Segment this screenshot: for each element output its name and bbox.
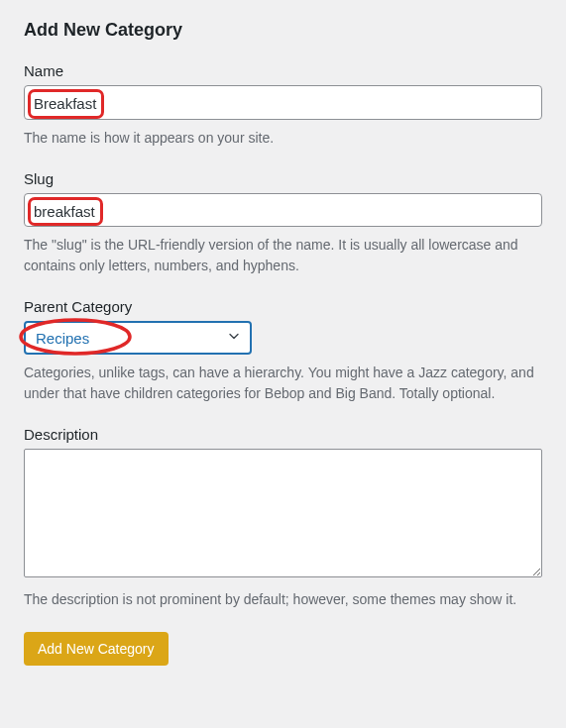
description-help-text: The description is not prominent by defa… bbox=[24, 589, 542, 610]
slug-field-group: Slug breakfast The "slug" is the URL-fri… bbox=[24, 170, 542, 277]
parent-category-select[interactable]: Recipes bbox=[24, 321, 252, 355]
slug-input-wrap: breakfast bbox=[24, 193, 542, 228]
parent-category-label: Parent Category bbox=[24, 298, 542, 315]
slug-input[interactable] bbox=[24, 193, 542, 228]
slug-help-text: The "slug" is the URL-friendly version o… bbox=[24, 235, 542, 276]
parent-category-selected-value: Recipes bbox=[36, 330, 89, 347]
description-label: Description bbox=[24, 426, 542, 443]
chevron-down-icon bbox=[226, 329, 242, 348]
name-field-group: Name Breakfast The name is how it appear… bbox=[24, 62, 542, 149]
name-help-text: The name is how it appears on your site. bbox=[24, 128, 542, 149]
parent-category-field-group: Parent Category Recipes Categories, unli… bbox=[24, 298, 542, 404]
parent-category-select-wrap: Recipes bbox=[24, 321, 252, 355]
add-new-category-button[interactable]: Add New Category bbox=[24, 632, 169, 666]
name-input-wrap: Breakfast bbox=[24, 85, 542, 120]
slug-label: Slug bbox=[24, 170, 542, 187]
page-title: Add New Category bbox=[24, 20, 542, 41]
description-field-group: Description The description is not promi… bbox=[24, 426, 542, 610]
name-label: Name bbox=[24, 62, 542, 79]
name-input[interactable] bbox=[24, 85, 542, 120]
description-textarea[interactable] bbox=[24, 449, 542, 577]
parent-category-help-text: Categories, unlike tags, can have a hier… bbox=[24, 363, 542, 404]
